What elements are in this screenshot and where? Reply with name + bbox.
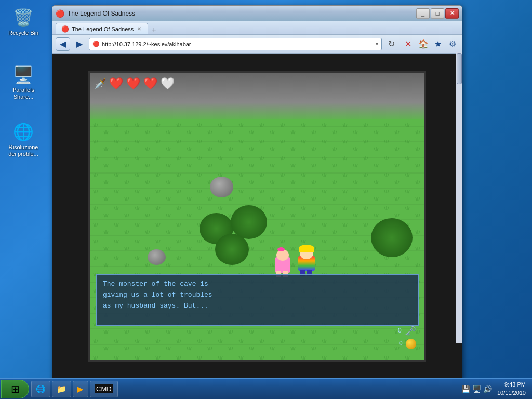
maximize-button[interactable]: □ xyxy=(431,8,444,19)
minimize-button[interactable]: _ xyxy=(416,8,430,19)
window-title: The Legend Of Sadness xyxy=(68,10,135,17)
home-button[interactable]: 🏠 xyxy=(417,38,430,50)
close-button[interactable]: ✕ xyxy=(445,8,459,19)
heart-3: ❤️ xyxy=(143,77,157,90)
network-icon: 🌐 xyxy=(13,122,34,142)
ie-taskbar-icon: 🌐 xyxy=(36,384,46,394)
browser-tab[interactable]: 🔴 The Legend Of Sadness ✕ xyxy=(56,23,148,34)
parallels-icon: 🖥️ xyxy=(13,64,34,85)
desktop-icon-recycle-bin[interactable]: 🗑️ Recycle Bin xyxy=(3,5,44,38)
address-bar-icon: 🔴 xyxy=(92,41,100,47)
new-tab-button[interactable]: + xyxy=(148,25,159,34)
dialog-line-1: The monster of the cave is xyxy=(103,279,411,290)
dialog-box: The monster of the cave is giving us a l… xyxy=(96,274,419,326)
recycle-bin-label: Recycle Bin xyxy=(8,30,38,36)
game-area: 🗡️ ❤️ ❤️ ❤️ 🤍 The monster of the cave is… xyxy=(90,73,424,360)
sword-hud-icon: 🗡️ xyxy=(95,78,106,89)
network-label: Risoluzione dei proble... xyxy=(5,144,42,157)
back-button[interactable]: ◀ xyxy=(56,37,70,51)
key-icon: 🗝️ xyxy=(405,325,416,337)
terminal-taskbar-icon: CMD xyxy=(95,384,113,393)
clock-time: 9:43 PM xyxy=(497,381,526,389)
bush-3 xyxy=(215,234,249,265)
browser-content: 🗡️ ❤️ ❤️ ❤️ 🤍 The monster of the cave is… xyxy=(52,54,462,379)
bookmark-button[interactable]: ★ xyxy=(432,38,444,50)
browser-scrollbar[interactable] xyxy=(456,54,462,343)
taskbar-item-terminal[interactable]: CMD xyxy=(90,381,118,397)
clock-date: 10/11/2010 xyxy=(497,389,526,397)
tab-icon: 🔴 xyxy=(61,25,69,33)
desktop-icon-network[interactable]: 🌐 Risoluzione dei proble... xyxy=(3,119,44,159)
folder-taskbar-icon: 📁 xyxy=(57,384,66,394)
recycle-bin-icon: 🗑️ xyxy=(13,7,34,28)
nav-bar: ◀ ▶ 🔴 http://10.37.129.2/~kesiev/akihaba… xyxy=(52,35,462,54)
rock-1 xyxy=(210,177,233,197)
tray-icon-1[interactable]: 💾 xyxy=(461,385,470,393)
tray-icon-2[interactable]: 🖥️ xyxy=(472,385,481,393)
items-hud: 0 🗝️ 0 xyxy=(398,325,416,349)
bush-4 xyxy=(371,218,413,257)
taskbar-item-folder[interactable]: 📁 xyxy=(52,381,71,397)
forward-button[interactable]: ▶ xyxy=(72,37,87,51)
desktop-icon-parallels[interactable]: 🖥️ Parallels Share... xyxy=(3,62,44,102)
tab-bar: 🔴 The Legend Of Sadness ✕ + xyxy=(52,21,462,35)
scrollbar-thumb[interactable] xyxy=(457,54,462,84)
tab-close-icon[interactable]: ✕ xyxy=(136,25,142,32)
address-dropdown-icon[interactable]: ▾ xyxy=(376,41,378,47)
title-bar-icon: 🔴 xyxy=(56,9,64,18)
game-hud: 🗡️ ❤️ ❤️ ❤️ 🤍 xyxy=(95,77,175,90)
game-canvas: 🗡️ ❤️ ❤️ ❤️ 🤍 The monster of the cave is… xyxy=(88,71,426,362)
settings-button[interactable]: ⚙ xyxy=(446,38,459,50)
heart-2: ❤️ xyxy=(126,77,140,90)
rock-2 xyxy=(148,249,166,265)
browser-window: 🔴 The Legend Of Sadness _ □ ✕ 🔴 The Lege… xyxy=(52,5,462,379)
title-bar: 🔴 The Legend Of Sadness _ □ ✕ xyxy=(52,6,462,21)
coin-icon xyxy=(406,339,416,349)
taskbar-item-ie[interactable]: 🌐 xyxy=(31,381,50,397)
reload-button[interactable]: ↻ xyxy=(384,37,398,51)
key-count: 0 xyxy=(398,327,402,335)
system-clock[interactable]: 9:43 PM 10/11/2010 xyxy=(495,381,528,397)
character-hero xyxy=(296,247,317,277)
taskbar: ⊞ 🌐 📁 ▶ CMD 💾 🖥️ 🔊 9:43 PM 10/11/2010 xyxy=(0,378,532,399)
dialog-line-3: as my husband says. But... xyxy=(103,301,411,312)
media-taskbar-icon: ▶ xyxy=(77,384,84,394)
address-bar[interactable]: 🔴 http://10.37.129.2/~kesiev/akihabar ▾ xyxy=(89,38,382,50)
taskbar-item-media[interactable]: ▶ xyxy=(73,381,88,397)
address-text: http://10.37.129.2/~kesiev/akihabar xyxy=(102,41,374,47)
stop-button[interactable]: ✕ xyxy=(401,37,415,51)
tab-label: The Legend Of Sadness xyxy=(72,26,134,32)
heart-4: 🤍 xyxy=(161,77,175,90)
tray-icon-volume[interactable]: 🔊 xyxy=(483,385,492,393)
start-icon: ⊞ xyxy=(11,383,20,395)
heart-1: ❤️ xyxy=(109,77,123,90)
parallels-label: Parallels Share... xyxy=(5,87,42,100)
dialog-line-2: giving us a lot of troubles xyxy=(103,290,411,301)
start-button[interactable]: ⊞ xyxy=(1,380,29,398)
coin-count: 0 xyxy=(399,340,403,348)
